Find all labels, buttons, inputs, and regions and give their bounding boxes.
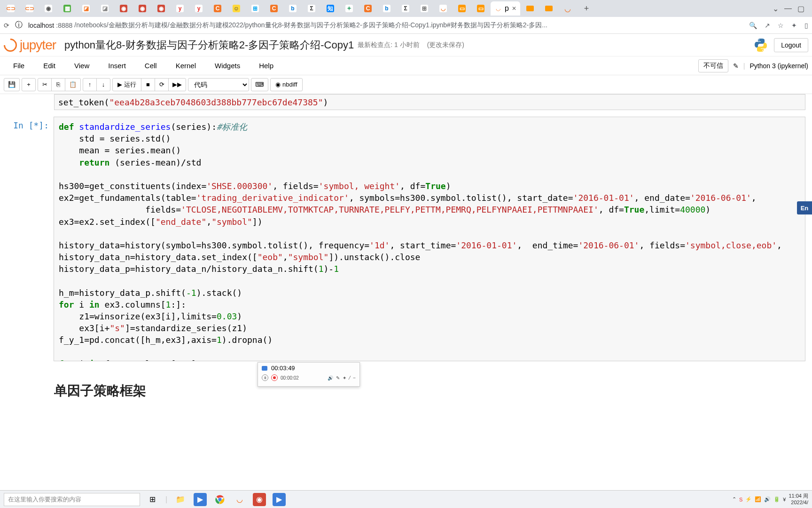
run-button[interactable]: ▶ 运行: [112, 78, 141, 91]
rec-pen-icon[interactable]: ✎: [336, 375, 340, 381]
copy-button[interactable]: ⎘: [51, 78, 65, 91]
tray-up-icon[interactable]: ⌃: [732, 496, 736, 502]
browser-tab-13[interactable]: ⊞: [246, 1, 264, 16]
tab-extra-2[interactable]: [540, 1, 558, 16]
active-tab[interactable]: ◡ p ✕: [491, 1, 520, 16]
rec-tool-icon[interactable]: ✦: [343, 375, 346, 381]
code-input[interactable]: def standardize_series(series):#标准化 std …: [54, 117, 805, 361]
zoom-icon[interactable]: 🔍: [749, 22, 757, 29]
browser-tab-19[interactable]: C: [359, 1, 377, 16]
restart-button[interactable]: ⟳: [155, 78, 169, 91]
menu-insert[interactable]: Insert: [99, 62, 135, 70]
app-icon-2[interactable]: ◉: [253, 493, 266, 506]
move-down-button[interactable]: ↓: [96, 78, 110, 91]
browser-tab-8[interactable]: ◉: [152, 1, 170, 16]
browser-tab-16[interactable]: Σ: [303, 1, 320, 16]
browser-tab-5[interactable]: ◪: [96, 1, 114, 16]
cut-button[interactable]: ✂: [38, 78, 52, 91]
nbdiff-button[interactable]: ◉ nbdiff: [270, 78, 303, 91]
browser-tab-2[interactable]: ◉: [39, 1, 57, 16]
menu-view[interactable]: View: [65, 62, 99, 70]
chrome-icon[interactable]: [213, 493, 226, 506]
kernel-name[interactable]: Python 3 (ipykernel): [750, 62, 808, 70]
sidebar-icon[interactable]: ▯: [804, 22, 808, 29]
stop-record-icon[interactable]: [271, 374, 278, 381]
browser-tab-6[interactable]: ◉: [115, 1, 133, 16]
browser-tab-14[interactable]: C: [265, 1, 283, 16]
browser-tab-24[interactable]: ▭: [453, 1, 471, 16]
browser-tab-15[interactable]: b: [284, 1, 302, 16]
menu-edit[interactable]: Edit: [34, 62, 65, 70]
tray-ime-icon[interactable]: ¥: [783, 497, 786, 502]
browser-tab-7[interactable]: ◉: [133, 1, 151, 16]
notebook-name[interactable]: python量化8-财务数据与因子分析策略2-多因子策略介绍-Copy1: [64, 38, 354, 52]
jupyter-logo[interactable]: jupyter: [4, 38, 56, 53]
browser-tab-20[interactable]: b: [378, 1, 396, 16]
maximize-icon[interactable]: ▢: [797, 4, 804, 13]
app-icon-3[interactable]: ▶: [273, 493, 286, 506]
code-cell-partial[interactable]: set_token("eea4b28a3ceb7048603d388bb777e…: [54, 94, 805, 110]
browser-tab-9[interactable]: y: [171, 1, 189, 16]
browser-tab-17[interactable]: 知: [321, 1, 339, 16]
system-clock[interactable]: 11:04 周 2022/4/: [789, 493, 808, 505]
logout-button[interactable]: Logout: [774, 38, 808, 52]
paste-button[interactable]: 📋: [65, 78, 81, 91]
tray-battery-icon[interactable]: 🔋: [773, 496, 780, 502]
browser-tab-11[interactable]: C: [209, 1, 226, 16]
explorer-icon[interactable]: 📁: [174, 493, 187, 506]
browser-tab-12[interactable]: ☺: [227, 1, 245, 16]
task-view-icon[interactable]: ⊞: [146, 493, 159, 506]
browser-tab-25[interactable]: ▭: [472, 1, 490, 16]
reload-icon[interactable]: ⟳: [4, 22, 9, 29]
new-tab-button[interactable]: +: [578, 1, 595, 16]
recording-overlay[interactable]: 00:03:49 ⏸ 00:00:02 🔊 ✎ ✦ ∕ −: [258, 362, 360, 387]
app-icon-1[interactable]: ◡: [233, 493, 246, 506]
rec-volume-icon[interactable]: 🔊: [328, 375, 333, 381]
pause-icon[interactable]: ⏸: [262, 374, 268, 381]
ime-indicator[interactable]: En: [797, 201, 812, 214]
add-cell-button[interactable]: +: [22, 78, 36, 91]
close-tab-icon[interactable]: ✕: [512, 5, 516, 12]
rec-minus-icon[interactable]: −: [353, 375, 356, 381]
share-icon[interactable]: ↗: [765, 22, 770, 29]
browser-tab-3[interactable]: ▦: [58, 1, 76, 16]
browser-tab-4[interactable]: ◪: [77, 1, 95, 16]
menu-cell[interactable]: Cell: [135, 62, 166, 70]
browser-tab-10[interactable]: y: [190, 1, 208, 16]
search-input[interactable]: 在这里输入你要搜索的内容: [4, 493, 140, 506]
tray-volume-icon[interactable]: 🔊: [764, 496, 771, 502]
bookmark-icon[interactable]: ☆: [778, 22, 784, 29]
menu-file[interactable]: File: [4, 62, 34, 70]
tab-dropdown-icon[interactable]: ⌄: [773, 4, 779, 13]
security-icon[interactable]: ⓘ: [15, 20, 23, 30]
tab-extra-1[interactable]: [521, 1, 539, 16]
command-palette-button[interactable]: ⌨: [251, 78, 268, 91]
extensions-icon[interactable]: ✦: [791, 22, 797, 29]
url-field[interactable]: localhost:8888/notebooks/金融数据分析与建模/金融数据分…: [28, 21, 743, 30]
tray-wifi-icon[interactable]: 📶: [755, 496, 761, 502]
tray-icon-1[interactable]: S: [739, 497, 742, 502]
browser-tab-18[interactable]: ✦: [340, 1, 358, 16]
jupyter-header: jupyter python量化8-财务数据与因子分析策略2-多因子策略介绍-C…: [0, 34, 812, 56]
menu-help[interactable]: Help: [250, 62, 283, 70]
fast-forward-button[interactable]: ▶▶: [168, 78, 186, 91]
save-button[interactable]: 💾: [4, 78, 20, 91]
browser-tab-22[interactable]: ⊞: [415, 1, 433, 16]
cell-type-select[interactable]: 代码: [188, 78, 249, 91]
browser-tab-23[interactable]: ◡: [434, 1, 452, 16]
tray-icon-2[interactable]: ⚡: [745, 496, 752, 502]
tab-extra-3[interactable]: ◡: [559, 1, 577, 16]
minimize-icon[interactable]: —: [784, 4, 792, 13]
windows-taskbar: 在这里输入你要搜索的内容 ⊞ | 📁 ▶ ◡ ◉ ▶ ⌃ S ⚡ 📶 🔊 🔋 ¥…: [0, 490, 812, 508]
menu-kernel[interactable]: Kernel: [166, 62, 205, 70]
browser-tab-0[interactable]: ⊂⊃: [2, 1, 20, 16]
move-up-button[interactable]: ↑: [83, 78, 97, 91]
stop-button[interactable]: ■: [141, 78, 155, 91]
browser-tab-21[interactable]: Σ: [397, 1, 414, 16]
browser-tab-1[interactable]: ⊂⊃: [21, 1, 39, 16]
media-icon[interactable]: ▶: [194, 493, 207, 506]
edit-icon[interactable]: ✎: [733, 62, 739, 70]
rec-brush-icon[interactable]: ∕: [349, 375, 350, 381]
not-trusted-badge[interactable]: 不可信: [698, 59, 728, 72]
menu-widgets[interactable]: Widgets: [205, 62, 250, 70]
